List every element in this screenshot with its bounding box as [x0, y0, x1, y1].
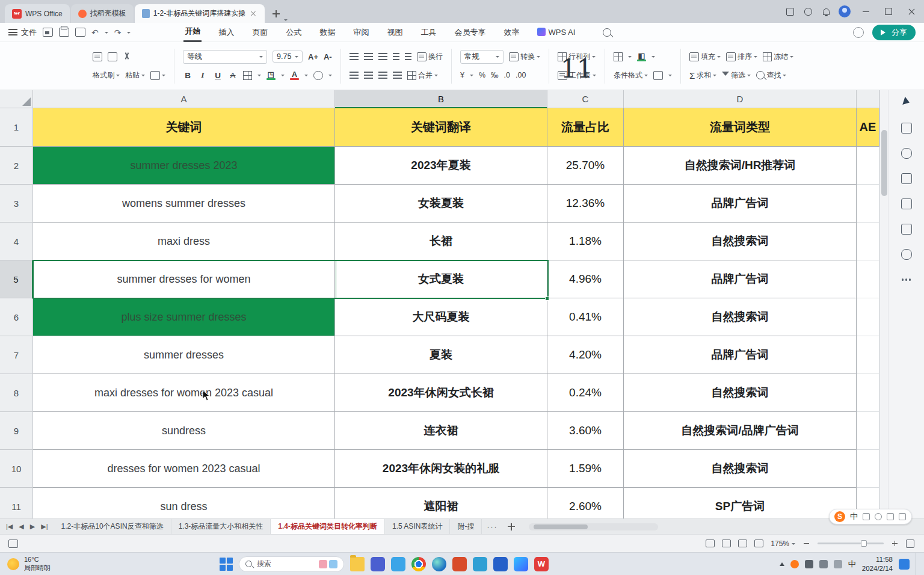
tab-efficiency[interactable]: 效率: [502, 23, 520, 42]
redo-icon[interactable]: ↷: [114, 28, 122, 37]
notification-center-icon[interactable]: [899, 559, 910, 570]
zoom-out-button[interactable]: [802, 540, 810, 547]
sheet-tab-2[interactable]: 1.3-标品流量大小和相关性: [171, 519, 271, 534]
add-sheet-button[interactable]: [506, 521, 517, 532]
horizontal-scrollbar-thumb[interactable]: [534, 524, 588, 529]
docs-icon[interactable]: [493, 557, 508, 571]
status-sheet-icon[interactable]: [8, 540, 18, 548]
help-icon[interactable]: [853, 27, 864, 38]
cut-scissors-icon[interactable]: [123, 52, 131, 61]
tray-expand-icon[interactable]: [780, 560, 784, 566]
more-tools-icon[interactable]: [901, 274, 912, 285]
align-top-icon[interactable]: [350, 53, 359, 60]
tab-insert[interactable]: 插入: [217, 23, 235, 42]
tab-formula[interactable]: 公式: [285, 23, 303, 42]
help-side-icon[interactable]: [901, 249, 912, 260]
cell-traffic[interactable]: 0.24%: [547, 374, 624, 412]
wrap-text-button[interactable]: 换行: [417, 52, 443, 62]
tab-view[interactable]: 视图: [386, 23, 404, 42]
ribbon-search-icon[interactable]: [603, 28, 611, 37]
fill-color-chevron-icon[interactable]: [281, 75, 285, 78]
cell-empty[interactable]: [857, 185, 879, 223]
print-icon[interactable]: [59, 28, 69, 37]
cell-size-icon[interactable]: [653, 71, 663, 80]
cell-keyword[interactable]: maxi dresses for women 2023 casual: [33, 374, 335, 412]
tab-home[interactable]: 开始: [183, 22, 202, 42]
sheet-tab-5[interactable]: 附-搜: [450, 519, 482, 534]
powerpoint-icon[interactable]: [452, 557, 467, 571]
row-number[interactable]: 11: [0, 488, 33, 518]
sheet-tab-overflow[interactable]: ···: [482, 523, 502, 531]
clear-format-chevron-icon[interactable]: [328, 75, 332, 78]
column-header-e[interactable]: [857, 90, 879, 108]
cell-empty[interactable]: [857, 260, 879, 298]
align-middle-icon[interactable]: [364, 53, 373, 60]
ime-indicator[interactable]: 中: [848, 559, 856, 570]
ime-toolbox-icon[interactable]: [899, 513, 906, 520]
emoji-picker-icon[interactable]: [863, 513, 870, 520]
cell-type[interactable]: SP广告词: [624, 488, 857, 518]
convert-button[interactable]: 转换: [509, 52, 540, 62]
cell-translation[interactable]: 2023年休闲女式长裙: [335, 374, 547, 412]
teams-icon[interactable]: [371, 557, 385, 571]
cell-translation[interactable]: 2023年夏装: [335, 147, 547, 185]
paste-button[interactable]: 粘贴: [125, 70, 145, 81]
font-color-chevron-icon[interactable]: [304, 75, 308, 78]
cell-keyword[interactable]: summer dresses 2023: [33, 147, 335, 185]
align-left-icon[interactable]: [350, 72, 359, 79]
save-icon[interactable]: [43, 28, 53, 37]
header-cell-partial[interactable]: AE: [857, 108, 879, 147]
cell-translation[interactable]: 连衣裙: [335, 412, 547, 450]
new-tab-button[interactable]: [270, 7, 283, 20]
cell-type[interactable]: 品牌广告词: [624, 260, 857, 298]
shrink-font-button[interactable]: A-: [324, 52, 332, 61]
increase-decimal-button[interactable]: .00: [516, 71, 526, 79]
close-button[interactable]: [900, 2, 923, 21]
taskbar-weather[interactable]: 16°C局部晴朗: [0, 556, 90, 573]
percent-button[interactable]: %: [479, 71, 485, 79]
row-number[interactable]: 8: [0, 374, 33, 412]
cell-translation[interactable]: 女装夏装: [335, 185, 547, 223]
underline-button[interactable]: U: [213, 71, 223, 80]
normal-view-icon[interactable]: [706, 540, 715, 547]
increase-indent-icon[interactable]: [405, 53, 411, 60]
cell-style-icon[interactable]: ◧: [637, 52, 646, 61]
wps-app-icon[interactable]: W: [534, 557, 549, 571]
table-style-chevron-icon[interactable]: [628, 56, 632, 60]
grow-font-button[interactable]: A+: [308, 52, 318, 61]
undo-icon[interactable]: ↶: [91, 28, 99, 37]
align-center-icon[interactable]: [364, 72, 373, 79]
zoom-level[interactable]: 175%: [771, 540, 795, 548]
font-size-select[interactable]: 9.75: [273, 51, 303, 63]
freeze-button[interactable]: 冻结: [763, 52, 793, 62]
comment-icon[interactable]: [901, 148, 912, 159]
volume-icon[interactable]: [834, 560, 842, 568]
header-cell-keyword[interactable]: 关键词: [33, 108, 335, 147]
tab-wps-ai[interactable]: WPS AI: [536, 24, 576, 40]
user-avatar[interactable]: [839, 5, 851, 17]
italic-button[interactable]: I: [198, 70, 208, 80]
cell-type[interactable]: 品牌广告词: [624, 336, 857, 374]
cell-type[interactable]: 自然搜索词: [624, 223, 857, 260]
close-document-tab-icon[interactable]: [249, 10, 257, 18]
table-style-icon[interactable]: [614, 52, 623, 61]
tab-page[interactable]: 页面: [251, 23, 269, 42]
minimize-button[interactable]: [854, 2, 877, 21]
edge-icon[interactable]: [432, 557, 446, 571]
redo-chevron-icon[interactable]: [127, 32, 131, 35]
cell-empty[interactable]: [857, 336, 879, 374]
cell-type[interactable]: 自然搜索词/品牌广告词: [624, 412, 857, 450]
row-number[interactable]: 3: [0, 185, 33, 223]
cell-keyword[interactable]: sun dress: [33, 488, 335, 518]
strikethrough-button[interactable]: A: [228, 71, 238, 80]
header-cell-traffic[interactable]: 流量占比: [547, 108, 624, 147]
devices-icon[interactable]: [781, 4, 799, 19]
font-name-select[interactable]: 等线: [183, 50, 267, 64]
feishu-icon[interactable]: [514, 557, 528, 571]
mic-tray-icon[interactable]: [805, 560, 813, 568]
maximize-button[interactable]: [877, 2, 900, 21]
tab-tools[interactable]: 工具: [419, 23, 437, 42]
next-sheet-icon[interactable]: ▶: [30, 523, 35, 530]
page-layout-view-icon[interactable]: [722, 540, 731, 547]
row-number[interactable]: 4: [0, 223, 33, 260]
